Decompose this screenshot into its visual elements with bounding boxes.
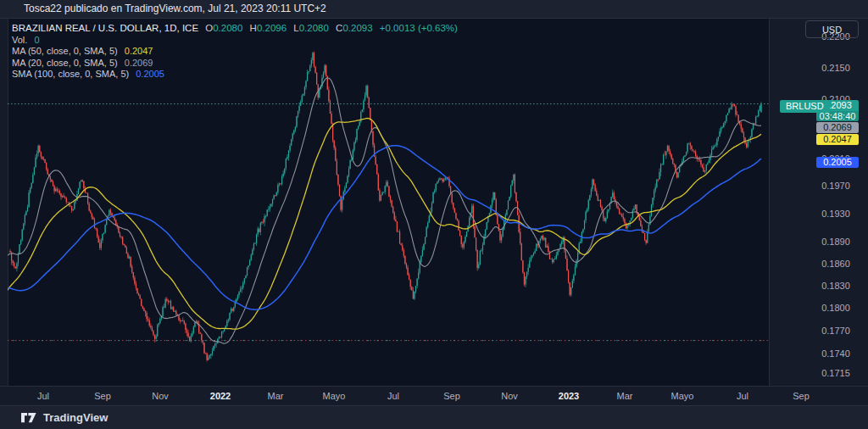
time-axis-month-label: Nov [501,391,518,401]
bottom-bar: TradingView [0,405,868,429]
time-axis-month-label: Sep [94,391,111,401]
tradingview-brand[interactable]: TradingView [43,411,108,424]
close-value: 0.2093 [342,23,372,33]
ma20-value: 0.2069 [125,58,153,68]
volume-value: 0 [34,35,39,45]
volume-label: Vol. [12,35,27,45]
time-axis-month-label: Sep [793,391,810,401]
change-value: +0.0013 (+0.63%) [380,23,458,33]
sma100-value: 0.2005 [136,69,164,79]
time-axis-month-label: Mayo [323,391,346,401]
high-value: 0.2096 [257,23,287,33]
symbol-title: BRAZILIAN REAL / U.S. DOLLAR, 1D, ICE [12,23,198,33]
price-tick-label: 0.1770 [814,326,858,336]
price-tick-label: 0.1970 [814,181,858,191]
price-tick-label: 0.1830 [814,281,858,291]
publish-info[interactable]: Tosca22 publicado en TradingView.com, Ju… [0,0,326,18]
symbol-title-row[interactable]: BRAZILIAN REAL / U.S. DOLLAR, 1D, ICE O0… [12,23,458,35]
chart-legend: BRAZILIAN REAL / U.S. DOLLAR, 1D, ICE O0… [12,23,458,81]
indicator-row-ma20[interactable]: MA (20, close, 0, SMA, 5) 0.2069 [12,58,458,70]
ma50-price-tag: 0.2047 [816,134,859,145]
low-value: 0.2080 [299,23,329,33]
time-axis-month-label: Jul [387,391,399,401]
time-axis-month-label: Sep [443,391,460,401]
currency-toggle-button[interactable]: USD [805,20,859,38]
open-value: 0.2080 [213,23,242,33]
price-tick-label: 0.1740 [814,348,858,359]
top-bar: Tosca22 publicado en TradingView.com, Ju… [0,0,868,19]
time-axis-month-label: Mayo [671,391,694,401]
indicator-row-ma50[interactable]: MA (50, close, 0, SMA, 5) 0.2047 [12,46,458,58]
ma20-label: MA (20, close, 0, SMA, 5) [12,58,118,68]
price-tick-label: 0.2150 [814,63,858,73]
tradingview-snapshot: Tosca22 publicado en TradingView.com, Ju… [0,0,868,429]
high-label: H [250,23,257,33]
symbol-price-flag: BRLUSD [780,100,830,113]
price-tick-label: 0.1800 [814,303,858,313]
time-axis-month-label: Mar [268,391,284,401]
price-tick-label: 0.1715 [814,368,858,378]
volume-row[interactable]: Vol. 0 [12,35,458,47]
ma50-label: MA (50, close, 0, SMA, 5) [12,46,118,56]
indicator-row-sma100[interactable]: SMA (100, close, 0, SMA, 5) 0.2005 [12,69,458,81]
ma20-price-tag: 0.2069 [816,122,859,133]
time-axis-year-label: 2022 [210,391,231,401]
time-axis-month-label: Jul [737,391,748,401]
tradingview-logo-icon[interactable] [20,411,37,424]
sma100-label: SMA (100, close, 0, SMA, 5) [12,69,129,79]
time-axis-month-label: Mar [617,391,633,401]
time-axis-month-label: Jul [37,391,49,401]
time-axis-year-label: 2023 [559,391,579,401]
time-axis[interactable]: JulSepNov2022MarMayoJulSepNov2023MarMayo… [0,386,868,405]
price-tick-label: 0.1860 [814,259,858,269]
time-axis-month-label: Nov [152,391,169,401]
open-label: O [205,23,213,33]
price-tick-label: 0.1890 [814,237,858,247]
ma50-value: 0.2047 [125,46,153,56]
sma100-price-tag: 0.2005 [816,157,859,168]
price-tick-label: 0.1930 [814,209,858,219]
